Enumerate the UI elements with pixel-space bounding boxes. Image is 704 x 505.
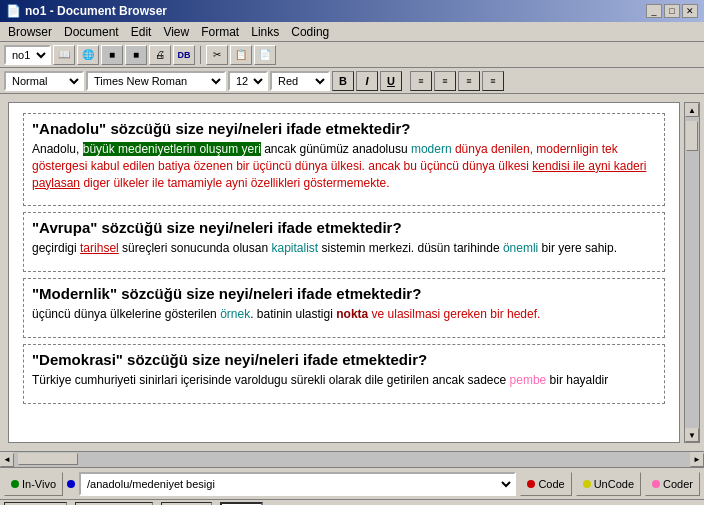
globe-button[interactable]: 🌐: [77, 45, 99, 65]
path-indicator: [67, 480, 75, 488]
scroll-thumb[interactable]: [686, 121, 698, 151]
code-indicator: [527, 480, 535, 488]
black-sq2-button[interactable]: ■: [125, 45, 147, 65]
status-bar: Section: 1 Paragraph: 2 Coding: Code: [0, 499, 704, 505]
scroll-h-track[interactable]: [14, 452, 690, 467]
cut-button[interactable]: ✂: [206, 45, 228, 65]
section-avrupa: "Avrupa" sözcüğü size neyi/neleri ifade …: [23, 212, 665, 272]
paragraph-status: Paragraph: 2: [75, 502, 153, 506]
section-anadolu: "Anadolu" sözcüğü size neyi/neleri ifade…: [23, 113, 665, 206]
path-selector[interactable]: /anadolu/medeniyet besigi: [79, 472, 516, 496]
in-vivo-button[interactable]: In-Vivo: [4, 472, 63, 496]
menu-browser[interactable]: Browser: [2, 23, 58, 41]
coding-status: Coding:: [161, 502, 213, 506]
color-selector[interactable]: Red: [270, 71, 330, 91]
text-span: ancak günümüz anadolusu: [261, 142, 411, 156]
heading-anadolu: "Anadolu" sözcüğü size neyi/neleri ifade…: [32, 120, 656, 137]
copy-button[interactable]: 📋: [230, 45, 252, 65]
text-span-highlight: büyük medeniyetlerin oluşum yeri: [83, 142, 261, 156]
section-demokrasi: "Demokrasi" sözcüğü size neyi/neleri ifa…: [23, 344, 665, 404]
scroll-track[interactable]: [685, 117, 699, 428]
section-status: Section: 1: [4, 502, 67, 506]
menu-edit[interactable]: Edit: [125, 23, 158, 41]
in-vivo-indicator: [11, 480, 19, 488]
scroll-left-button[interactable]: ◄: [0, 453, 14, 467]
text-span: . batinin ulastigi: [250, 307, 336, 321]
document-selector[interactable]: no1: [4, 45, 51, 65]
align-center-button[interactable]: ≡: [434, 71, 456, 91]
font-selector[interactable]: Times New Roman: [86, 71, 226, 91]
scroll-h-thumb[interactable]: [18, 453, 78, 465]
document-area: "Anadolu" sözcüğü size neyi/neleri ifade…: [8, 102, 680, 443]
style-selector[interactable]: Normal: [4, 71, 84, 91]
main-area: "Anadolu" sözcüğü size neyi/neleri ifade…: [0, 94, 704, 451]
uncode-button[interactable]: UnCode: [576, 472, 641, 496]
scroll-down-button[interactable]: ▼: [685, 428, 699, 442]
main-toolbar: no1 📖 🌐 ■ ■ 🖨 DB ✂ 📋 📄: [0, 42, 704, 68]
body-anadolu: Anadolu, büyük medeniyetlerin oluşum yer…: [32, 141, 656, 191]
menu-view[interactable]: View: [157, 23, 195, 41]
text-span-ornek: örnek: [220, 307, 250, 321]
body-modernlik: üçüncü dünya ülkelerine gösterilen örnek…: [32, 306, 656, 323]
vertical-scrollbar[interactable]: ▲ ▼: [684, 102, 700, 443]
menu-document[interactable]: Document: [58, 23, 125, 41]
section-modernlik: "Modernlik" sözcüğü size neyi/neleri ifa…: [23, 278, 665, 338]
text-span-kapitalist: kapitalist: [271, 241, 318, 255]
body-avrupa: geçirdigi tarihsel süreçleri sonucunda o…: [32, 240, 656, 257]
window-icon: 📄: [6, 4, 21, 18]
text-span: bir hayaldir: [546, 373, 608, 387]
heading-modernlik: "Modernlik" sözcüğü size neyi/neleri ifa…: [32, 285, 656, 302]
align-left-button[interactable]: ≡: [410, 71, 432, 91]
text-span-hedef: ve ulasilmasi gereken bir hedef.: [368, 307, 540, 321]
uncode-indicator: [583, 480, 591, 488]
menu-coding[interactable]: Coding: [285, 23, 335, 41]
coder-button[interactable]: Coder: [645, 472, 700, 496]
code-button[interactable]: Code: [520, 472, 571, 496]
body-demokrasi: Türkiye cumhuriyeti sinirlari içerisinde…: [32, 372, 656, 389]
menu-bar: Browser Document Edit View Format Links …: [0, 22, 704, 42]
text-span-pembe: pembe: [510, 373, 547, 387]
heading-demokrasi: "Demokrasi" sözcüğü size neyi/neleri ifa…: [32, 351, 656, 368]
text-span: sistemin merkezi. düsün tarihinde: [318, 241, 503, 255]
menu-links[interactable]: Links: [245, 23, 285, 41]
size-selector[interactable]: 12: [228, 71, 268, 91]
text-span-red2: diger ülkeler ile tamamiyle ayni özellik…: [80, 176, 389, 190]
paste-button[interactable]: 📄: [254, 45, 276, 65]
coder-indicator: [652, 480, 660, 488]
maximize-button[interactable]: □: [664, 4, 680, 18]
minimize-button[interactable]: _: [646, 4, 662, 18]
code-status-box: Code: [220, 502, 262, 506]
horizontal-scrollbar[interactable]: ◄ ►: [0, 451, 704, 467]
scroll-up-button[interactable]: ▲: [685, 103, 699, 117]
text-span-teal: modern: [411, 142, 452, 156]
db-button[interactable]: DB: [173, 45, 195, 65]
heading-avrupa: "Avrupa" sözcüğü size neyi/neleri ifade …: [32, 219, 656, 236]
toolbar-separator: [200, 46, 201, 64]
bold-button[interactable]: B: [332, 71, 354, 91]
format-bar: Normal Times New Roman 12 Red B I U ≡ ≡ …: [0, 68, 704, 94]
window-title: 📄 no1 - Document Browser: [6, 4, 167, 18]
black-sq1-button[interactable]: ■: [101, 45, 123, 65]
underline-button[interactable]: U: [380, 71, 402, 91]
close-button[interactable]: ✕: [682, 4, 698, 18]
text-span: bir yere sahip.: [538, 241, 617, 255]
text-span: üçüncü dünya ülkelerine gösterilen: [32, 307, 220, 321]
text-span-onemli: önemli: [503, 241, 538, 255]
text-span: süreçleri sonucunda olusan: [119, 241, 272, 255]
text-span: geçirdigi: [32, 241, 80, 255]
align-right-button[interactable]: ≡: [458, 71, 480, 91]
bottom-toolbar: In-Vivo /anadolu/medeniyet besigi Code U…: [0, 467, 704, 499]
text-span: Anadolu,: [32, 142, 83, 156]
align-justify-button[interactable]: ≡: [482, 71, 504, 91]
print-button[interactable]: 🖨: [149, 45, 171, 65]
text-span: Türkiye cumhuriyeti sinirlari içerisinde…: [32, 373, 510, 387]
scroll-right-button[interactable]: ►: [690, 453, 704, 467]
text-span-nokta: nokta: [336, 307, 368, 321]
open-book-button[interactable]: 📖: [53, 45, 75, 65]
window-controls[interactable]: _ □ ✕: [646, 4, 698, 18]
title-bar: 📄 no1 - Document Browser _ □ ✕: [0, 0, 704, 22]
italic-button[interactable]: I: [356, 71, 378, 91]
menu-format[interactable]: Format: [195, 23, 245, 41]
text-span-tarihsel: tarihsel: [80, 241, 119, 255]
